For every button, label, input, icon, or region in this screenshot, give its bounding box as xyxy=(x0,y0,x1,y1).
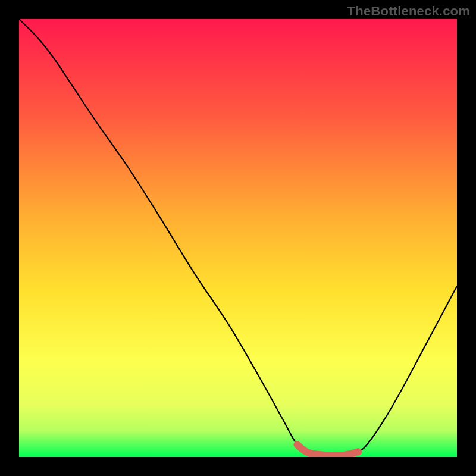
chart-svg xyxy=(19,19,457,457)
gradient-background xyxy=(19,19,457,457)
chart-container: TheBottleneck.com xyxy=(0,0,476,476)
attribution-text: TheBottleneck.com xyxy=(347,4,470,19)
plot-area xyxy=(19,19,457,457)
